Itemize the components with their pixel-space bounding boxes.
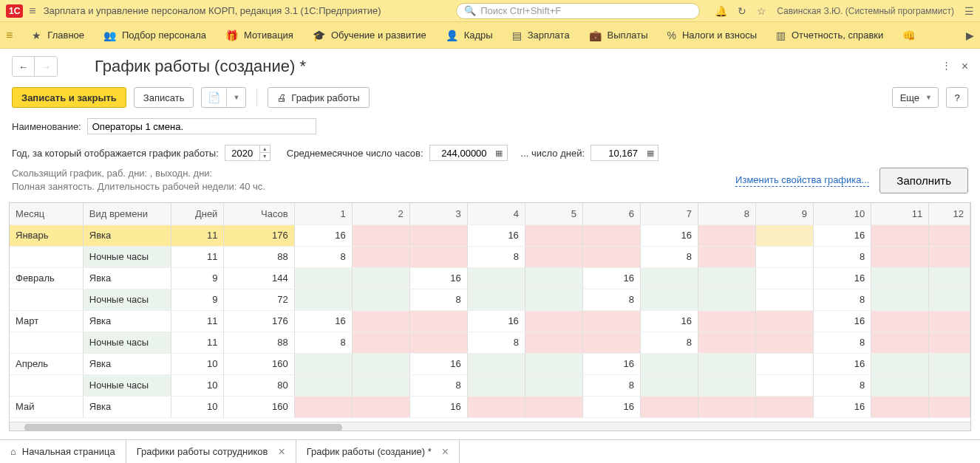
save-and-close-button[interactable]: Записать и закрыть — [12, 87, 126, 108]
table-row[interactable]: Апрель Явка 10 160161616 — [10, 353, 970, 374]
cell-day[interactable]: 16 — [582, 353, 640, 374]
col-day-1[interactable]: 1 — [294, 203, 352, 224]
cell-day[interactable] — [525, 267, 582, 289]
close-icon[interactable]: × — [278, 445, 285, 459]
nav-payments[interactable]: 💼Выплаты — [582, 25, 656, 46]
table-row[interactable]: Февраль Явка 9 144161616 — [10, 267, 970, 289]
table-row[interactable]: Март Явка 11 17616161616 — [10, 310, 970, 332]
cell-day[interactable] — [698, 310, 756, 332]
cell-day[interactable] — [352, 374, 409, 396]
settings-icon[interactable]: ☰ — [964, 5, 974, 17]
cell-day[interactable] — [352, 224, 409, 246]
calculator-icon[interactable]: ▦ — [491, 145, 508, 161]
avg-hours-input[interactable] — [429, 145, 491, 161]
cell-day[interactable] — [352, 246, 409, 267]
cell-day[interactable]: 8 — [640, 332, 698, 353]
cell-day[interactable]: 8 — [814, 374, 871, 396]
fill-button[interactable]: Заполнить — [879, 168, 968, 193]
cell-day[interactable] — [698, 353, 756, 374]
cell-day[interactable] — [929, 289, 970, 310]
cell-day[interactable]: 16 — [640, 224, 698, 246]
cell-day[interactable]: 8 — [814, 332, 871, 353]
menu-burger-icon[interactable]: ≡ — [29, 4, 35, 18]
cell-day[interactable] — [698, 396, 756, 417]
help-button[interactable]: ? — [946, 87, 968, 108]
table-row[interactable]: Ночные часы 11 888888 — [10, 332, 970, 353]
cell-day[interactable] — [871, 353, 929, 374]
cell-day[interactable] — [871, 396, 929, 417]
table-row[interactable]: Май Явка 10 160161616 — [10, 396, 970, 417]
cell-day[interactable]: 8 — [467, 332, 525, 353]
cell-day[interactable] — [294, 267, 352, 289]
more-dropdown[interactable]: Еще ▼ — [892, 87, 939, 108]
cell-day[interactable] — [640, 353, 698, 374]
cell-day[interactable] — [294, 353, 352, 374]
nav-forward-button[interactable]: → — [35, 57, 57, 76]
nav-motivation[interactable]: 🎁Мотивация — [218, 25, 301, 46]
cell-day[interactable] — [582, 332, 640, 353]
year-up-icon[interactable]: ▲ — [260, 145, 270, 153]
cell-day[interactable] — [756, 353, 814, 374]
cell-day[interactable]: 16 — [640, 310, 698, 332]
cell-day[interactable] — [467, 267, 525, 289]
cell-day[interactable]: 8 — [640, 246, 698, 267]
cell-day[interactable]: 8 — [294, 246, 352, 267]
cell-day[interactable]: 16 — [467, 224, 525, 246]
cell-day[interactable] — [525, 310, 582, 332]
cell-day[interactable] — [871, 289, 929, 310]
change-properties-link[interactable]: Изменить свойства графика... — [735, 174, 869, 187]
cell-day[interactable] — [871, 246, 929, 267]
cell-day[interactable] — [294, 374, 352, 396]
cell-day[interactable] — [698, 332, 756, 353]
cell-day[interactable]: 8 — [294, 332, 352, 353]
cell-day[interactable] — [756, 224, 814, 246]
nav-personnel[interactable]: 👤Кадры — [438, 25, 500, 46]
year-input[interactable] — [225, 145, 259, 160]
cell-day[interactable] — [525, 289, 582, 310]
cell-day[interactable] — [871, 374, 929, 396]
name-input[interactable] — [87, 118, 316, 134]
col-day-7[interactable]: 7 — [640, 203, 698, 224]
cell-day[interactable] — [756, 374, 814, 396]
nav-burger-icon[interactable]: ≡ — [6, 29, 13, 42]
cell-day[interactable] — [640, 267, 698, 289]
more-actions-icon[interactable]: ⋮ — [942, 60, 951, 73]
search-input[interactable]: 🔍 Поиск Ctrl+Shift+F — [456, 3, 700, 19]
cell-day[interactable] — [467, 396, 525, 417]
cell-day[interactable]: 8 — [814, 289, 871, 310]
cell-day[interactable] — [698, 289, 756, 310]
table-row[interactable]: Ночные часы 10 80888 — [10, 374, 970, 396]
cell-day[interactable] — [525, 246, 582, 267]
cell-day[interactable]: 8 — [409, 289, 467, 310]
schedule-table-scroll[interactable]: Месяц Вид времени Дней Часов123456789101… — [10, 203, 970, 422]
nav-training[interactable]: 🎓Обучение и развитие — [305, 25, 434, 46]
cell-day[interactable] — [756, 332, 814, 353]
cell-day[interactable] — [294, 396, 352, 417]
history-icon[interactable]: ↻ — [738, 5, 746, 17]
cell-day[interactable]: 16 — [814, 396, 871, 417]
col-day-12[interactable]: 12 — [929, 203, 970, 224]
col-day-6[interactable]: 6 — [582, 203, 640, 224]
year-spinner[interactable]: ▲▼ — [225, 145, 270, 161]
col-type[interactable]: Вид времени — [83, 203, 171, 224]
cell-day[interactable]: 16 — [814, 267, 871, 289]
col-day-5[interactable]: 5 — [525, 203, 582, 224]
save-button[interactable]: Записать — [134, 87, 194, 108]
calculator-icon[interactable]: ▦ — [642, 145, 659, 161]
nav-recruitment[interactable]: 👥Подбор персонала — [96, 25, 214, 46]
cell-day[interactable] — [640, 374, 698, 396]
cell-day[interactable]: 16 — [409, 396, 467, 417]
cell-day[interactable] — [582, 224, 640, 246]
cell-day[interactable] — [929, 374, 970, 396]
col-day-10[interactable]: 10 — [814, 203, 871, 224]
col-day-8[interactable]: 8 — [698, 203, 756, 224]
cell-day[interactable] — [409, 310, 467, 332]
nav-scroll-right-icon[interactable]: ▶ — [966, 30, 974, 41]
cell-day[interactable] — [467, 289, 525, 310]
cell-day[interactable] — [525, 396, 582, 417]
cell-day[interactable] — [698, 246, 756, 267]
cell-day[interactable] — [698, 374, 756, 396]
col-day-2[interactable]: 2 — [352, 203, 409, 224]
nav-taxes[interactable]: %Налоги и взносы — [660, 25, 765, 46]
cell-day[interactable]: 16 — [582, 396, 640, 417]
